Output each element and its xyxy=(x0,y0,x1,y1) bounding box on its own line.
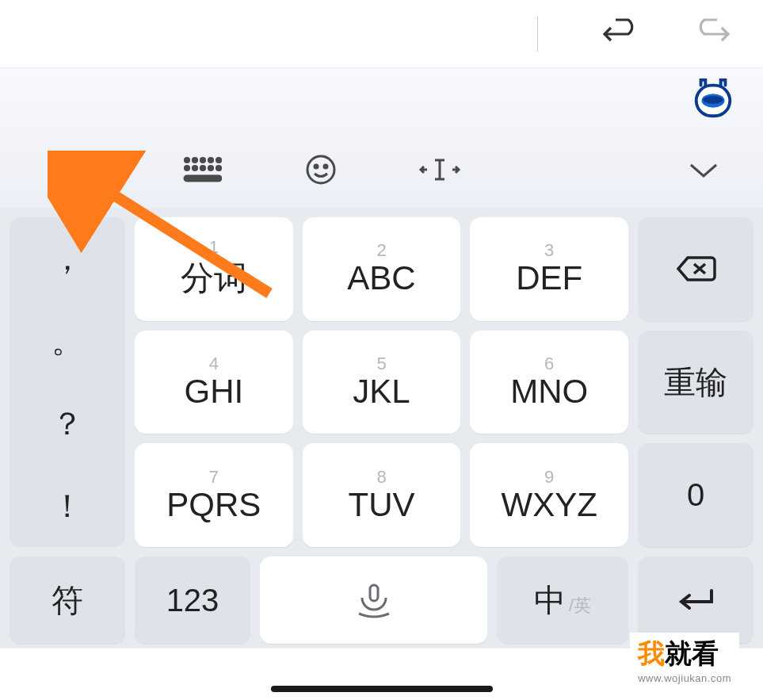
keyboard-toolbar xyxy=(0,132,763,208)
editor-topbar xyxy=(0,0,763,68)
emoji-button[interactable] xyxy=(261,153,380,186)
key-label: 重输 xyxy=(664,361,727,404)
key-label: DEF xyxy=(516,259,582,297)
svg-point-11 xyxy=(216,158,220,162)
space-key[interactable] xyxy=(260,557,487,644)
assistant-icon xyxy=(690,76,736,122)
key-num: 2 xyxy=(376,242,386,259)
key-num: 5 xyxy=(376,355,386,373)
key-5-jkl[interactable]: 5 JKL xyxy=(303,331,461,434)
key-label: TUV xyxy=(349,486,415,524)
key-label: JKL xyxy=(353,373,410,411)
svg-rect-3 xyxy=(67,157,79,167)
numeric-key[interactable]: 123 xyxy=(135,557,250,644)
candidate-strip xyxy=(0,68,763,132)
apps-menu-button[interactable] xyxy=(24,154,143,186)
svg-point-20 xyxy=(324,165,327,168)
svg-point-15 xyxy=(208,166,212,170)
svg-point-2 xyxy=(703,96,723,104)
collapse-keyboard-button[interactable] xyxy=(668,159,739,181)
redo-icon xyxy=(690,17,731,48)
reinput-key[interactable]: 重输 xyxy=(638,331,753,434)
key-label: MNO xyxy=(510,373,588,411)
key-num: 6 xyxy=(544,355,554,373)
svg-point-12 xyxy=(185,166,189,170)
key-label: 123 xyxy=(166,583,219,618)
svg-point-19 xyxy=(315,165,318,168)
key-num: 7 xyxy=(209,469,219,486)
key-label: ABC xyxy=(347,259,415,297)
svg-point-13 xyxy=(193,166,196,170)
key-label: 符 xyxy=(52,579,83,622)
keyboard-layout-button[interactable] xyxy=(143,155,261,184)
assistant-mascot[interactable] xyxy=(690,76,736,122)
svg-rect-6 xyxy=(86,172,97,182)
punct-exclaim[interactable]: ！ xyxy=(10,465,125,547)
chevron-down-icon xyxy=(686,159,721,181)
svg-point-8 xyxy=(193,158,196,162)
undo-icon xyxy=(601,17,643,48)
key-1[interactable]: 1 分词 xyxy=(135,217,293,321)
svg-rect-22 xyxy=(370,585,378,601)
svg-point-16 xyxy=(216,166,220,170)
microphone-icon xyxy=(346,580,402,620)
svg-point-9 xyxy=(200,158,204,162)
key-3-def[interactable]: 3 DEF xyxy=(470,217,628,321)
key-num: 1 xyxy=(209,239,219,256)
divider xyxy=(537,17,538,52)
key-9-wxyz[interactable]: 9 WXYZ xyxy=(470,443,628,547)
cursor-move-icon xyxy=(418,154,462,186)
svg-point-18 xyxy=(307,156,334,183)
keyboard: ， 。 ？ ！ 1 分词 2 ABC 3 DEF xyxy=(0,208,763,648)
key-num: 3 xyxy=(544,242,554,259)
svg-rect-5 xyxy=(67,172,79,182)
key-2-abc[interactable]: 2 ABC xyxy=(303,217,461,321)
emoji-icon xyxy=(304,153,338,186)
language-toggle-key[interactable]: 中 /英 xyxy=(497,557,628,644)
enter-icon xyxy=(673,586,718,614)
undo-button[interactable] xyxy=(601,17,643,52)
svg-point-10 xyxy=(208,158,212,162)
key-label: 中 /英 xyxy=(534,579,591,622)
punct-comma[interactable]: ， xyxy=(10,217,125,300)
enter-key[interactable] xyxy=(638,557,753,644)
keyboard-layout-icon xyxy=(182,155,222,184)
punct-question[interactable]: ？ xyxy=(10,382,125,465)
key-num: 4 xyxy=(209,355,219,373)
key-label: GHI xyxy=(185,373,244,411)
svg-rect-4 xyxy=(86,157,97,167)
apps-grid-icon xyxy=(64,154,102,186)
key-label: 0 xyxy=(687,477,704,513)
backspace-key[interactable] xyxy=(638,217,753,321)
key-label: WXYZ xyxy=(502,486,597,524)
symbol-key[interactable]: 符 xyxy=(10,557,125,644)
backspace-icon xyxy=(673,253,718,285)
punctuation-column: ， 。 ？ ！ xyxy=(10,217,125,547)
key-num: 8 xyxy=(376,469,386,486)
home-indicator[interactable] xyxy=(271,686,493,692)
key-4-ghi[interactable]: 4 GHI xyxy=(135,331,293,434)
key-label: PQRS xyxy=(166,486,261,524)
key-6-mno[interactable]: 6 MNO xyxy=(470,331,628,434)
key-num: 9 xyxy=(544,469,554,486)
svg-point-14 xyxy=(200,166,204,170)
punct-period[interactable]: 。 xyxy=(10,300,125,382)
key-label: 分词 xyxy=(181,256,247,300)
key-7-pqrs[interactable]: 7 PQRS xyxy=(135,443,293,547)
cursor-move-button[interactable] xyxy=(380,154,499,186)
watermark: 我就看 www.wojiukan.com xyxy=(630,633,739,689)
redo-button[interactable] xyxy=(690,17,731,52)
svg-point-7 xyxy=(185,158,189,162)
key-0[interactable]: 0 xyxy=(638,443,753,547)
svg-rect-17 xyxy=(185,176,221,181)
key-8-tuv[interactable]: 8 TUV xyxy=(303,443,461,547)
